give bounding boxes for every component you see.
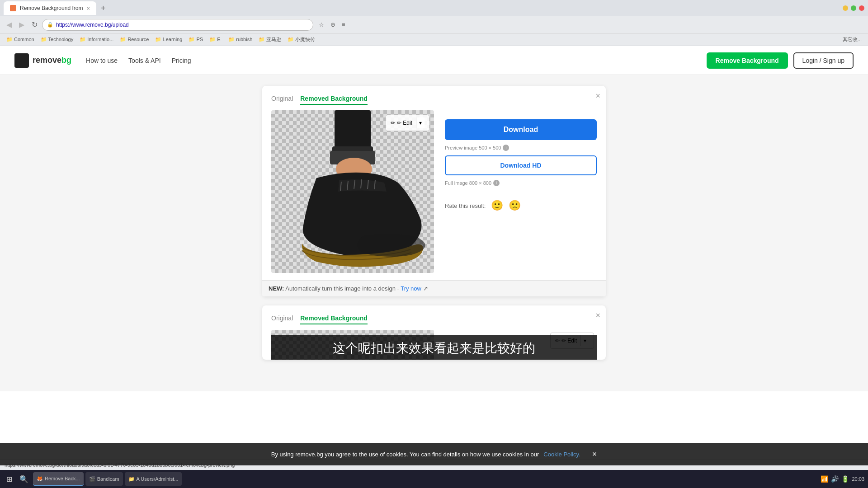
lock-icon: 🔒 [47, 22, 53, 28]
try-now-link[interactable]: Try now [401, 285, 421, 292]
info-icon-2[interactable]: i [493, 180, 500, 186]
nav-bar: ◀ ▶ ↻ 🔒 https://www.remove.bg/upload ☆ ⊕… [0, 16, 868, 33]
minimize-btn[interactable] [843, 5, 848, 11]
explorer-icon: 📁 [128, 476, 135, 482]
refresh-btn[interactable]: ↻ [29, 19, 40, 31]
back-btn[interactable]: ◀ [4, 19, 14, 31]
new-text: Automatically turn this image into a des… [285, 285, 399, 292]
card-close-btn-2[interactable]: × [595, 311, 600, 320]
bookmark-xiaomo[interactable]: 📁 小魔快传 [285, 36, 318, 43]
window-controls [843, 5, 864, 11]
forward-btn[interactable]: ▶ [16, 19, 27, 31]
taskbar-time: 20:03 [852, 476, 864, 482]
subtitle-text: 这个呢扣出来效果看起来是比较好的 [333, 341, 535, 355]
new-label: NEW: [269, 285, 284, 292]
subtitle-overlay: 这个呢扣出来效果看起来是比较好的 [271, 335, 597, 360]
close-btn[interactable] [859, 5, 864, 11]
rate-section-1: Rate this result: 🙂 🙁 [445, 200, 597, 211]
card-body-1: ✏ ✏ Edit ▾ Download Preview image 500 × … [271, 110, 597, 273]
tab-removed-2[interactable]: Removed Background [300, 314, 368, 324]
bookmark-informatio[interactable]: 📁 Informatio... [77, 36, 116, 43]
tab-original-1[interactable]: Original [271, 95, 293, 105]
browser-tab[interactable]: Remove Background from × [4, 1, 96, 15]
maximize-btn[interactable] [851, 5, 856, 11]
card-tabs-2: Original Removed Background [271, 314, 597, 324]
card-close-btn-1[interactable]: × [595, 91, 600, 101]
login-btn[interactable]: Login / Sign up [793, 52, 854, 69]
external-link-icon: ↗ [423, 285, 428, 292]
bookmark-ps[interactable]: 📁 PS [186, 36, 206, 43]
result-image-1: ✏ ✏ Edit ▾ [271, 110, 434, 273]
bookmark-other[interactable]: 其它收... [840, 36, 864, 43]
address-bar[interactable]: 🔒 https://www.remove.bg/upload [42, 19, 313, 31]
new-banner-1: NEW: Automatically turn this image into … [262, 280, 606, 296]
card-actions-1: Download Preview image 500 × 500 i Downl… [445, 110, 597, 211]
preview-info-text-1: Preview image 500 × 500 [445, 145, 501, 150]
bookmark-resource[interactable]: 📁 Resource [117, 36, 151, 43]
bookmark-common[interactable]: 📁 Common [4, 36, 37, 43]
cookie-text: By using remove.bg you agree to the use … [271, 451, 539, 458]
search-taskbar-btn[interactable]: 🔍 [17, 473, 31, 485]
info-icon-1[interactable]: i [503, 145, 509, 151]
browser-frame: Remove Background from × + ◀ ▶ ↻ 🔒 https… [0, 0, 868, 488]
bookmark-learning[interactable]: 📁 Learning [152, 36, 185, 43]
taskbar-browser-app[interactable]: 🦊 Remove Back... [33, 472, 84, 486]
bookmark-technology[interactable]: 📁 Technology [38, 36, 76, 43]
bookmark-amazon[interactable]: 📁 亚马逊 [256, 36, 284, 43]
preview-info-1: Preview image 500 × 500 i [445, 145, 597, 151]
remove-bg-nav-btn[interactable]: Remove Background [707, 52, 788, 69]
logo-icon [14, 53, 29, 68]
nav-links: How to use Tools & API Pricing [86, 55, 707, 66]
rate-label-1: Rate this result: [445, 202, 486, 209]
nav-actions: Remove Background Login / Sign up [707, 52, 854, 69]
bandicam-icon: 🎬 [89, 476, 95, 482]
nav-tools-api[interactable]: Tools & API [128, 55, 161, 66]
rate-negative-btn[interactable]: 🙁 [509, 200, 521, 211]
explorer-label: A Users\Administ... [137, 476, 179, 482]
browser-app-icon: 🦊 [37, 476, 43, 482]
logo-text: removebg [33, 56, 71, 65]
site-nav: removebg How to use Tools & API Pricing … [0, 46, 868, 75]
bookmark-e[interactable]: 📁 E- [207, 36, 225, 43]
full-image-info-1: Full image 800 × 800 i [445, 180, 597, 186]
bookmark-icon[interactable]: ⊕ [329, 20, 337, 29]
new-tab-btn[interactable]: + [98, 4, 108, 13]
browser-app-label: Remove Back... [45, 476, 80, 481]
shoe-svg [271, 110, 434, 273]
cookie-policy-link[interactable]: Cookie Policy. [543, 451, 580, 458]
taskbar-explorer-app[interactable]: 📁 A Users\Administ... [125, 472, 182, 486]
nav-extras: ☆ ⊕ ≡ [317, 20, 347, 29]
star-icon[interactable]: ☆ [317, 20, 326, 29]
edit-btn-1[interactable]: ✏ ✏ Edit ▾ [386, 115, 429, 131]
tab-title: Remove Background from [20, 5, 83, 11]
taskbar: ⊞ 🔍 🦊 Remove Back... 🎬 Bandicam 📁 A User… [0, 470, 868, 488]
volume-icon: 🔊 [831, 475, 839, 483]
nav-how-to-use[interactable]: How to use [86, 55, 118, 66]
download-hd-btn-1[interactable]: Download HD [445, 155, 597, 175]
url-text: https://www.remove.bg/upload [56, 22, 129, 28]
edit-label-1: ✏ Edit [397, 120, 412, 126]
tab-favicon [10, 5, 16, 11]
result-card-2: × Original Removed Background ✏ ✏ Edit ▾… [262, 305, 606, 360]
card-tabs-1: Original Removed Background [271, 95, 597, 105]
start-btn[interactable]: ⊞ [4, 473, 15, 485]
logo-area: removebg [14, 53, 71, 68]
card2-image-area: ✏ ✏ Edit ▾ 这个呢扣出来效果看起来是比较好的 [271, 330, 597, 360]
rate-positive-btn[interactable]: 🙂 [491, 200, 503, 211]
full-image-text-1: Full image 800 × 800 [445, 180, 491, 186]
taskbar-bandicam-app[interactable]: 🎬 Bandicam [85, 472, 123, 486]
download-btn-1[interactable]: Download [445, 119, 597, 140]
network-icon: 📶 [821, 475, 828, 483]
bookmark-rubbish[interactable]: 📁 rubbish [226, 36, 255, 43]
tab-close-btn[interactable]: × [86, 5, 90, 12]
menu-icon[interactable]: ≡ [340, 20, 347, 29]
tab-original-2[interactable]: Original [271, 314, 293, 324]
dropdown-arrow-1[interactable]: ▾ [416, 117, 425, 128]
tab-removed-1[interactable]: Removed Background [300, 95, 368, 105]
title-bar: Remove Background from × + [0, 0, 868, 16]
battery-icon: 🔋 [841, 475, 849, 483]
taskbar-system-icons: 📶 🔊 🔋 20:03 [821, 475, 864, 483]
nav-pricing[interactable]: Pricing [172, 55, 191, 66]
result-card-1: × Original Removed Background [262, 86, 606, 296]
cookie-close-btn[interactable]: × [592, 450, 597, 459]
